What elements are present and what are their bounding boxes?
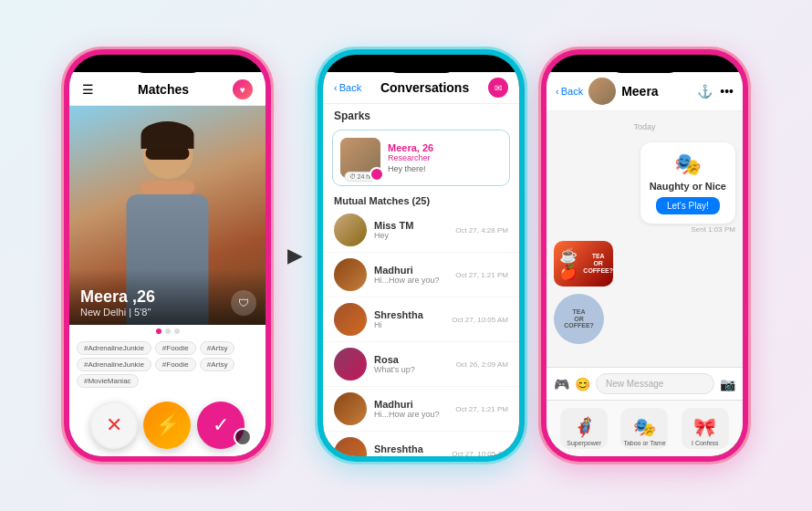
menu-icon[interactable]: ☰ <box>82 82 94 97</box>
conv-time-3: Oct 26, 2:09 AM <box>456 360 508 369</box>
conv-item-1[interactable]: Madhuri Hi...How are you? Oct 27, 1:21 P… <box>323 253 519 297</box>
chat-messages: Today 🎭 Naughty or Nice Let's Play! Sent… <box>547 111 743 367</box>
camera-icon[interactable]: 📷 <box>720 377 735 391</box>
phone2-content: ‹ Back Conversations ✉ Sparks ⏱ 24 hr Me… <box>323 72 519 456</box>
conv-avatar-0 <box>334 214 367 246</box>
phone3-content: ‹ Back Meera ⚓ ••• Today 🎭 <box>547 72 743 456</box>
sticker-option-taboo[interactable]: 🎭 Taboo or Tame <box>620 408 668 449</box>
confess-icon: 🎀 <box>693 416 716 438</box>
back-button-3[interactable]: ‹ Back <box>556 86 583 97</box>
game-icon: 🎭 <box>650 151 726 177</box>
conv-info-4: Madhuri Hi...How are you? <box>374 399 448 419</box>
tag-artsy-2: #Artsy <box>200 358 235 371</box>
message-placeholder: New Message <box>606 379 663 389</box>
conversation-list: Miss TM Hey Oct 27, 4:28 PM Madhuri Hi..… <box>323 208 519 456</box>
reject-button[interactable]: ✕ <box>90 402 138 449</box>
emoji-icon[interactable]: 😊 <box>575 377 590 391</box>
conv-item-5[interactable]: Shreshtha Hi Oct 27, 10:05 AM <box>323 432 519 456</box>
phones-container: 9:41 ●●● ▲ ▮ ☰ Matches ♥ <box>64 49 748 462</box>
profile-photo: Meera ,26 New Delhi | 5'8" 🛡 <box>69 106 265 325</box>
gamepad-icon[interactable]: 🎮 <box>554 377 569 391</box>
sticker-text-1: TEAORCOFFEE? <box>583 253 613 274</box>
phone1-outer: 9:41 ●●● ▲ ▮ ☰ Matches ♥ <box>64 49 271 462</box>
conversations-title: Conversations <box>361 80 488 95</box>
conv-time-5: Oct 27, 10:05 AM <box>452 450 508 457</box>
shield-button[interactable]: 🛡 <box>231 290 256 316</box>
dot-3 <box>174 328 180 334</box>
conv-time-0: Oct 27, 4:28 PM <box>455 226 508 235</box>
chat-header-icons: ⚓ ••• <box>697 84 734 99</box>
conv-item-4[interactable]: Madhuri Hi...How are you? Oct 27, 1:21 P… <box>323 387 519 432</box>
cursor-indicator <box>234 428 252 446</box>
phone2-notch <box>385 55 458 73</box>
matches-header: ☰ Matches ♥ <box>69 72 265 106</box>
battery-icon-2: ▮ <box>499 60 505 70</box>
battery-icon: ▮ <box>245 60 251 70</box>
person-scarf <box>141 181 195 194</box>
sent-time: Sent 1:03 PM <box>640 225 735 234</box>
wifi-icon-3: ▲ <box>711 60 720 70</box>
spark-card[interactable]: ⏱ 24 hr Meera, 26 Researcher Hey there! <box>332 130 510 186</box>
phone3-status-icons: ●●● ▲ ▮ <box>692 60 728 70</box>
game-play-button[interactable]: Let's Play! <box>656 197 720 214</box>
conv-info-2: Shreshtha Hi <box>374 309 444 329</box>
spark-avatar: ⏱ 24 hr <box>340 138 380 178</box>
sticker-tea-2: TEAORCOFFEE? <box>554 294 604 344</box>
conv-name-2: Shreshtha <box>374 309 444 320</box>
sticker-text-2: TEAORCOFFEE? <box>564 308 594 329</box>
hair <box>141 121 194 149</box>
tag-row-3: #MovieManiac <box>77 374 258 388</box>
matches-title: Matches <box>138 82 189 97</box>
signal-icon-2: ●●● <box>468 60 484 70</box>
signal-icon: ●●● <box>214 60 231 70</box>
phone1-time: 9:41 <box>84 60 102 70</box>
tags-section: #AdrenalineJunkie #Foodie #Artsy #Adrena… <box>69 338 265 394</box>
sticker-option-superpower[interactable]: 🦸 Superpower <box>560 408 608 449</box>
conv-msg-2: Hi <box>374 320 444 329</box>
back-button-2[interactable]: ‹ Back <box>334 82 361 93</box>
phone2: 9:41 ●●● ▲ ▮ ‹ Back Conversations ✉ Spar… <box>323 55 519 456</box>
conv-item-3[interactable]: Rosa What's up? Oct 26, 2:09 AM <box>323 342 519 387</box>
phone2-outer: 9:41 ●●● ▲ ▮ ‹ Back Conversations ✉ Spar… <box>318 49 525 462</box>
back-chevron-2: ‹ <box>334 82 338 93</box>
phone3-notch <box>609 55 682 73</box>
conv-info-5: Shreshtha Hi <box>374 443 444 456</box>
game-title: Naughty or Nice <box>650 181 726 192</box>
message-input[interactable]: New Message <box>596 373 714 394</box>
sticker-message-2: TEAORCOFFEE? <box>554 294 735 344</box>
conv-avatar-1 <box>334 258 367 291</box>
conv-msg-5: Hi <box>374 454 444 456</box>
phone3-outer: 9:41 ●●● ▲ ▮ ‹ Back Meera ⚓ <box>541 49 748 462</box>
new-message-icon[interactable]: ✉ <box>488 78 508 98</box>
spark-info: Meera, 26 Researcher Hey there! <box>388 142 502 173</box>
phone3-time: 9:41 <box>561 60 579 70</box>
person-head <box>142 129 193 179</box>
back-label-2: Back <box>339 82 361 93</box>
more-icon[interactable]: ••• <box>720 84 734 99</box>
taboo-label: Taboo or Tame <box>623 440 665 449</box>
conv-name-1: Madhuri <box>374 265 448 276</box>
chat-header: ‹ Back Meera ⚓ ••• <box>547 72 743 111</box>
chat-person-name: Meera <box>621 84 692 99</box>
conv-info-1: Madhuri Hi...How are you? <box>374 265 448 285</box>
tag-artsy-1: #Artsy <box>200 341 235 355</box>
arrow-indicator: ▶ <box>287 245 301 266</box>
phone1: 9:41 ●●● ▲ ▮ ☰ Matches ♥ <box>69 55 265 456</box>
sticker-option-confess[interactable]: 🎀 I Confess <box>682 408 729 449</box>
conv-avatar-4 <box>334 392 367 425</box>
sticker-message-1: ☕🍎 TEAORCOFFEE? <box>554 241 735 287</box>
conv-name-4: Madhuri <box>374 399 448 410</box>
conv-item-2[interactable]: Shreshtha Hi Oct 27, 10:05 AM <box>323 297 519 342</box>
phone1-content: ☰ Matches ♥ <box>69 72 265 456</box>
mutual-matches-label: Mutual Matches (25) <box>323 190 519 208</box>
phone1-status-icons: ●●● ▲ ▮ <box>214 60 251 70</box>
conv-time-4: Oct 27, 1:21 PM <box>455 405 508 413</box>
boost-button[interactable]: ⚡ <box>143 402 191 449</box>
spark-name: Meera, 26 <box>388 142 502 153</box>
conv-avatar-5 <box>334 437 367 456</box>
tag-adrenaline-2: #AdrenalineJunkie <box>77 358 151 371</box>
phone2-status-icons: ●●● ▲ ▮ <box>468 60 505 70</box>
conv-item-0[interactable]: Miss TM Hey Oct 27, 4:28 PM <box>323 208 519 253</box>
wifi-icon: ▲ <box>234 60 243 70</box>
sticker-tea-1: ☕🍎 TEAORCOFFEE? <box>554 241 613 287</box>
